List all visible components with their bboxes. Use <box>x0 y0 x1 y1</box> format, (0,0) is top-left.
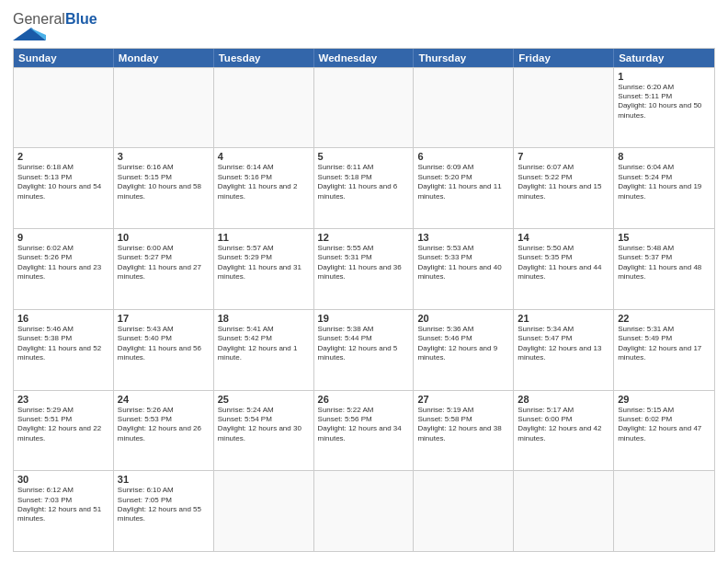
calendar-header: SundayMondayTuesdayWednesdayThursdayFrid… <box>14 49 714 67</box>
day-info: Sunrise: 5:19 AM Sunset: 5:58 PM Dayligh… <box>417 406 509 444</box>
logo: GeneralBlue <box>13 11 97 40</box>
day-number: 12 <box>318 232 410 243</box>
calendar-day-30: 30Sunrise: 6:12 AM Sunset: 7:03 PM Dayli… <box>14 471 114 551</box>
day-info: Sunrise: 5:57 AM Sunset: 5:29 PM Dayligh… <box>218 244 310 282</box>
calendar-day-19: 19Sunrise: 5:38 AM Sunset: 5:44 PM Dayli… <box>314 310 415 390</box>
calendar-day-17: 17Sunrise: 5:43 AM Sunset: 5:40 PM Dayli… <box>114 310 214 390</box>
calendar-day-3: 3Sunrise: 6:16 AM Sunset: 5:15 PM Daylig… <box>114 148 214 228</box>
day-number: 14 <box>518 232 609 243</box>
day-number: 9 <box>17 232 109 243</box>
calendar-day-13: 13Sunrise: 5:53 AM Sunset: 5:33 PM Dayli… <box>414 229 514 309</box>
day-number: 18 <box>218 313 310 324</box>
day-number: 6 <box>417 151 509 162</box>
calendar-day-9: 9Sunrise: 6:02 AM Sunset: 5:26 PM Daylig… <box>14 229 114 309</box>
weekday-header-thursday: Thursday <box>414 49 514 67</box>
calendar-day-4: 4Sunrise: 6:14 AM Sunset: 5:16 PM Daylig… <box>214 148 314 228</box>
calendar-day-15: 15Sunrise: 5:48 AM Sunset: 5:37 PM Dayli… <box>614 229 714 309</box>
day-info: Sunrise: 6:20 AM Sunset: 5:11 PM Dayligh… <box>618 83 711 121</box>
day-number: 4 <box>218 151 310 162</box>
day-info: Sunrise: 5:41 AM Sunset: 5:42 PM Dayligh… <box>218 325 310 363</box>
weekday-header-friday: Friday <box>514 49 614 67</box>
day-number: 1 <box>618 71 711 82</box>
calendar-day-28: 28Sunrise: 5:17 AM Sunset: 6:00 PM Dayli… <box>514 391 614 471</box>
day-number: 25 <box>218 394 310 405</box>
day-info: Sunrise: 6:00 AM Sunset: 5:27 PM Dayligh… <box>118 244 210 282</box>
day-number: 5 <box>318 151 410 162</box>
day-number: 31 <box>118 474 210 485</box>
day-info: Sunrise: 6:04 AM Sunset: 5:24 PM Dayligh… <box>618 163 711 201</box>
calendar-empty-cell <box>514 68 614 148</box>
calendar-day-29: 29Sunrise: 5:15 AM Sunset: 6:02 PM Dayli… <box>614 391 714 471</box>
logo-blue: Blue <box>65 11 97 27</box>
day-info: Sunrise: 5:24 AM Sunset: 5:54 PM Dayligh… <box>218 406 310 444</box>
calendar-day-11: 11Sunrise: 5:57 AM Sunset: 5:29 PM Dayli… <box>214 229 314 309</box>
calendar-day-25: 25Sunrise: 5:24 AM Sunset: 5:54 PM Dayli… <box>214 391 314 471</box>
logo-triangle <box>13 28 46 40</box>
logo-general: General <box>13 11 65 27</box>
day-info: Sunrise: 5:15 AM Sunset: 6:02 PM Dayligh… <box>618 406 711 444</box>
day-info: Sunrise: 5:34 AM Sunset: 5:47 PM Dayligh… <box>518 325 609 363</box>
calendar-day-14: 14Sunrise: 5:50 AM Sunset: 5:35 PM Dayli… <box>514 229 614 309</box>
calendar-day-26: 26Sunrise: 5:22 AM Sunset: 5:56 PM Dayli… <box>314 391 415 471</box>
day-number: 17 <box>118 313 210 324</box>
day-number: 26 <box>318 394 410 405</box>
calendar-day-27: 27Sunrise: 5:19 AM Sunset: 5:58 PM Dayli… <box>414 391 514 471</box>
calendar-day-16: 16Sunrise: 5:46 AM Sunset: 5:38 PM Dayli… <box>14 310 114 390</box>
calendar-day-22: 22Sunrise: 5:31 AM Sunset: 5:49 PM Dayli… <box>614 310 714 390</box>
day-info: Sunrise: 5:36 AM Sunset: 5:46 PM Dayligh… <box>417 325 509 363</box>
day-info: Sunrise: 6:12 AM Sunset: 7:03 PM Dayligh… <box>17 486 109 524</box>
page: GeneralBlue SundayMondayTuesdayWednesday… <box>0 0 728 563</box>
calendar-empty-cell <box>14 68 114 148</box>
calendar-day-8: 8Sunrise: 6:04 AM Sunset: 5:24 PM Daylig… <box>614 148 714 228</box>
weekday-header-wednesday: Wednesday <box>314 49 415 67</box>
day-info: Sunrise: 5:43 AM Sunset: 5:40 PM Dayligh… <box>118 325 210 363</box>
day-number: 27 <box>417 394 509 405</box>
calendar-day-6: 6Sunrise: 6:09 AM Sunset: 5:20 PM Daylig… <box>414 148 514 228</box>
calendar-day-23: 23Sunrise: 5:29 AM Sunset: 5:51 PM Dayli… <box>14 391 114 471</box>
weekday-header-tuesday: Tuesday <box>214 49 314 67</box>
calendar-empty-cell <box>114 68 214 148</box>
day-info: Sunrise: 6:07 AM Sunset: 5:22 PM Dayligh… <box>518 163 609 201</box>
calendar-day-5: 5Sunrise: 6:11 AM Sunset: 5:18 PM Daylig… <box>314 148 415 228</box>
calendar-week-3: 9Sunrise: 6:02 AM Sunset: 5:26 PM Daylig… <box>14 228 714 309</box>
calendar-day-1: 1Sunrise: 6:20 AM Sunset: 5:11 PM Daylig… <box>614 68 714 148</box>
day-info: Sunrise: 6:10 AM Sunset: 7:05 PM Dayligh… <box>118 486 210 524</box>
day-number: 2 <box>17 151 109 162</box>
day-number: 24 <box>118 394 210 405</box>
calendar-week-4: 16Sunrise: 5:46 AM Sunset: 5:38 PM Dayli… <box>14 309 714 390</box>
day-info: Sunrise: 5:53 AM Sunset: 5:33 PM Dayligh… <box>417 244 509 282</box>
calendar-empty-cell <box>214 471 314 551</box>
day-info: Sunrise: 5:29 AM Sunset: 5:51 PM Dayligh… <box>17 406 109 444</box>
day-info: Sunrise: 6:16 AM Sunset: 5:15 PM Dayligh… <box>118 163 210 201</box>
day-info: Sunrise: 6:02 AM Sunset: 5:26 PM Dayligh… <box>17 244 109 282</box>
calendar-empty-cell <box>214 68 314 148</box>
calendar-empty-cell <box>314 471 415 551</box>
day-info: Sunrise: 5:38 AM Sunset: 5:44 PM Dayligh… <box>318 325 410 363</box>
header: GeneralBlue <box>13 11 715 40</box>
day-info: Sunrise: 5:48 AM Sunset: 5:37 PM Dayligh… <box>618 244 711 282</box>
calendar-day-20: 20Sunrise: 5:36 AM Sunset: 5:46 PM Dayli… <box>414 310 514 390</box>
day-number: 3 <box>118 151 210 162</box>
day-number: 13 <box>417 232 509 243</box>
calendar-day-24: 24Sunrise: 5:26 AM Sunset: 5:53 PM Dayli… <box>114 391 214 471</box>
day-info: Sunrise: 5:50 AM Sunset: 5:35 PM Dayligh… <box>518 244 609 282</box>
day-info: Sunrise: 5:22 AM Sunset: 5:56 PM Dayligh… <box>318 406 410 444</box>
day-number: 22 <box>618 313 711 324</box>
day-number: 21 <box>518 313 609 324</box>
day-info: Sunrise: 5:31 AM Sunset: 5:49 PM Dayligh… <box>618 325 711 363</box>
day-number: 23 <box>17 394 109 405</box>
day-info: Sunrise: 5:55 AM Sunset: 5:31 PM Dayligh… <box>318 244 410 282</box>
weekday-header-sunday: Sunday <box>14 49 114 67</box>
day-number: 15 <box>618 232 711 243</box>
day-info: Sunrise: 5:26 AM Sunset: 5:53 PM Dayligh… <box>118 406 210 444</box>
calendar-day-7: 7Sunrise: 6:07 AM Sunset: 5:22 PM Daylig… <box>514 148 614 228</box>
day-number: 20 <box>417 313 509 324</box>
day-number: 10 <box>118 232 210 243</box>
calendar-day-2: 2Sunrise: 6:18 AM Sunset: 5:13 PM Daylig… <box>14 148 114 228</box>
day-info: Sunrise: 5:46 AM Sunset: 5:38 PM Dayligh… <box>17 325 109 363</box>
calendar-empty-cell <box>414 471 514 551</box>
day-number: 19 <box>318 313 410 324</box>
calendar-empty-cell <box>414 68 514 148</box>
calendar-empty-cell <box>314 68 415 148</box>
day-number: 8 <box>618 151 711 162</box>
